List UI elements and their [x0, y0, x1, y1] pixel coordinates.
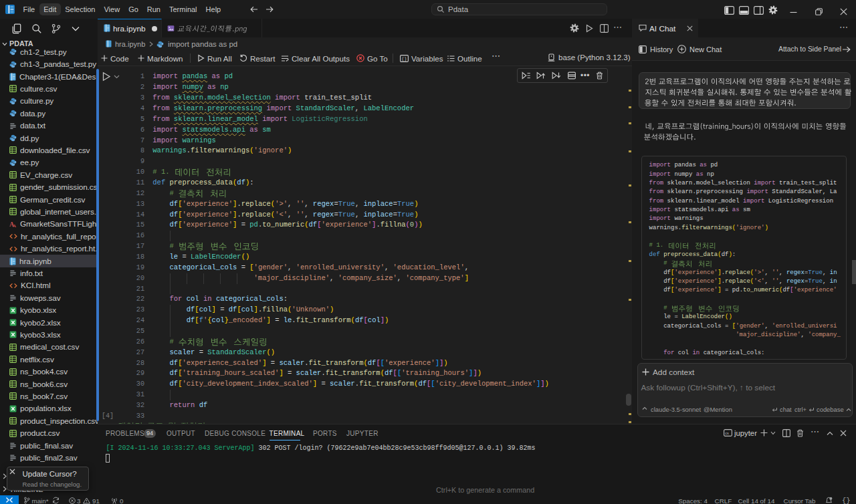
- svg-text:A: A: [13, 223, 16, 228]
- svg-text:cs: cs: [725, 431, 729, 435]
- svg-text:(): (): [401, 57, 407, 61]
